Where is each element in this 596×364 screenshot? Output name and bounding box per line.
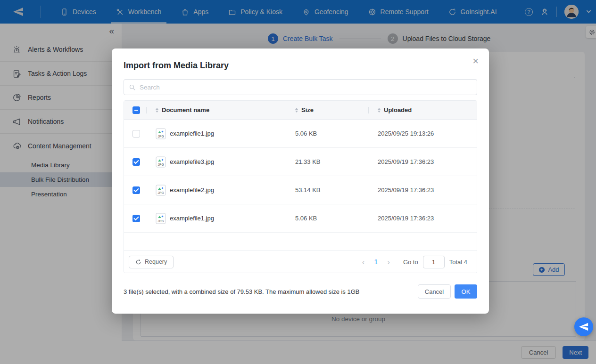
table-row[interactable]: JPG examplefile1.jpg 5.06 KB 2025/09/19 … <box>124 204 477 233</box>
pagination: ‹ 1 › Go to Total 4 <box>360 256 467 268</box>
sort-uploaded-icon[interactable] <box>378 108 381 113</box>
row-checkbox[interactable] <box>132 130 140 138</box>
table-row[interactable]: JPG examplefile2.jpg 53.14 KB 2025/09/19… <box>124 176 477 204</box>
file-size: 5.06 KB <box>295 215 317 222</box>
sort-size-icon[interactable] <box>295 108 298 113</box>
file-uploaded: 2025/09/19 17:36:23 <box>378 215 434 222</box>
jpg-file-icon: JPG <box>156 185 166 196</box>
search-icon <box>129 84 136 91</box>
file-uploaded: 2025/09/19 17:36:23 <box>378 158 434 165</box>
jpg-file-icon: JPG <box>156 156 166 168</box>
search-box <box>124 79 477 95</box>
search-input[interactable] <box>140 84 472 91</box>
file-size: 21.33 KB <box>295 158 321 165</box>
file-uploaded: 2025/09/25 19:13:26 <box>378 130 434 137</box>
next-page-icon[interactable]: › <box>385 258 392 266</box>
modal-ok-button[interactable]: OK <box>455 284 477 299</box>
refresh-icon <box>135 259 141 265</box>
row-checkbox[interactable] <box>132 215 140 222</box>
goto-page-input[interactable] <box>423 256 445 268</box>
svg-text:JPG: JPG <box>157 163 164 166</box>
modal-footer: 3 file(s) selected, with a combined size… <box>124 284 477 299</box>
file-name: examplefile1.jpg <box>170 215 214 222</box>
jpg-file-icon: JPG <box>156 128 166 139</box>
media-table: Document name Size Uploaded JPG examplef… <box>124 100 477 273</box>
file-name: examplefile3.jpg <box>170 158 214 165</box>
import-media-library-modal: Import from Media Library × Document nam… <box>112 49 489 314</box>
file-name: examplefile1.jpg <box>170 130 214 137</box>
current-page[interactable]: 1 <box>374 258 378 266</box>
total-count: Total 4 <box>449 259 467 266</box>
modal-cancel-button[interactable]: Cancel <box>418 284 451 299</box>
selection-summary: 3 file(s) selected, with a combined size… <box>124 288 418 295</box>
row-checkbox[interactable] <box>132 158 140 166</box>
file-size: 5.06 KB <box>295 130 317 137</box>
column-header-document-name[interactable]: Document name <box>162 106 209 113</box>
table-row[interactable]: JPG examplefile3.jpg 21.33 KB 2025/09/19… <box>124 148 477 176</box>
goto-label: Go to <box>403 259 418 266</box>
requery-button[interactable]: Requery <box>129 256 174 268</box>
file-size: 53.14 KB <box>295 186 321 194</box>
file-name: examplefile2.jpg <box>170 186 214 194</box>
requery-label: Requery <box>145 259 167 265</box>
table-row[interactable]: JPG examplefile1.jpg 5.06 KB 2025/09/25 … <box>124 120 477 148</box>
prev-page-icon[interactable]: ‹ <box>360 258 367 266</box>
table-header: Document name Size Uploaded <box>124 101 477 120</box>
jpg-file-icon: JPG <box>156 213 166 224</box>
select-all-checkbox[interactable] <box>132 106 140 114</box>
sort-document-name-icon[interactable] <box>156 108 158 113</box>
svg-text:JPG: JPG <box>157 191 164 194</box>
modal-title: Import from Media Library <box>124 61 229 71</box>
column-header-size[interactable]: Size <box>301 106 314 113</box>
svg-text:JPG: JPG <box>157 219 164 223</box>
table-footer: Requery ‹ 1 › Go to Total 4 <box>124 251 477 273</box>
close-icon[interactable]: × <box>472 56 479 66</box>
row-checkbox[interactable] <box>132 186 140 194</box>
support-fab-paper-plane-icon[interactable] <box>574 317 593 336</box>
column-header-uploaded[interactable]: Uploaded <box>384 106 412 113</box>
page: DevicesWorkbenchAppsPolicy & KioskGeofen… <box>0 0 596 364</box>
svg-text:JPG: JPG <box>157 135 164 138</box>
file-uploaded: 2025/09/19 17:36:23 <box>378 186 434 194</box>
